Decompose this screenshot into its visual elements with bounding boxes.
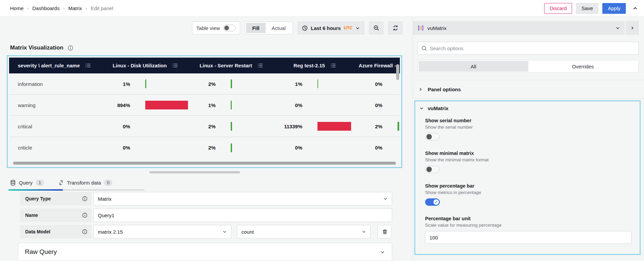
refresh-button[interactable]: [388, 22, 403, 34]
viz-toolbar: Table view Fill Actual Last 6 hours UTC: [0, 17, 413, 34]
percentage-bar-zone: [397, 95, 400, 116]
toggle-knob: [224, 26, 229, 30]
cell-value: 894%: [103, 102, 130, 108]
cell-value: 2%: [188, 124, 216, 129]
breadcrumb-item[interactable]: Home: [10, 5, 24, 11]
column-menu-icon[interactable]: [258, 63, 263, 68]
percentage-bar-zone: [231, 116, 275, 137]
query-type-row: Query Type Matrix: [20, 192, 413, 205]
search-options-box: [418, 42, 639, 55]
vumatrix-section-header[interactable]: vuMatrix: [415, 105, 640, 111]
info-icon[interactable]: [82, 229, 87, 234]
column-menu-icon[interactable]: [85, 63, 91, 68]
column-header-label: Reg test-2.15: [294, 63, 325, 68]
search-options-input[interactable]: [430, 45, 635, 51]
info-icon[interactable]: [68, 45, 73, 51]
matrix-cell: 0%: [275, 137, 355, 158]
tab-all[interactable]: All: [419, 61, 528, 72]
table-view-group: Table view: [192, 22, 240, 34]
matrix-cell: 894%: [103, 95, 188, 116]
tab-label: Transform data: [67, 180, 101, 186]
table-horizontal-scrollbar[interactable]: [13, 162, 396, 165]
table-row: criticle0%2%0%0%: [9, 137, 400, 158]
tab-query[interactable]: Query1: [10, 180, 44, 186]
breadcrumb-separator: ›: [27, 6, 29, 11]
column-menu-icon[interactable]: [331, 63, 336, 68]
fill-actual-switch: Fill Actual: [245, 22, 293, 34]
cell-value: 1%: [188, 102, 216, 108]
query-name-input[interactable]: [93, 208, 392, 222]
vumatrix-settings: Show serial numberShow the serial number…: [415, 111, 640, 244]
info-icon[interactable]: [82, 196, 87, 201]
column-header: Reg test-2.15: [275, 63, 355, 68]
percentage-bar-zone: [397, 116, 400, 137]
setting-control: [425, 166, 632, 174]
chevron-down-icon: [222, 229, 227, 234]
percentage-bar-zone: [231, 137, 275, 158]
page-horizontal-scrollbar[interactable]: [149, 171, 240, 173]
visualization-select[interactable]: vuMatrix: [413, 21, 624, 35]
breadcrumb-item[interactable]: Dashboards: [32, 5, 60, 11]
option-setting: Percentage bar unitScale value for measu…: [425, 216, 632, 244]
timezone-label: UTC: [344, 26, 352, 30]
setting-title: Show minimal matrix: [425, 151, 632, 156]
percentage-bar: [231, 79, 232, 88]
chevron-up-icon[interactable]: [633, 6, 638, 11]
raw-query-section[interactable]: Raw Query: [18, 243, 392, 261]
percentage-bar: [145, 101, 188, 109]
cell-value: 0%: [355, 145, 382, 151]
chevron-right-icon: [418, 87, 423, 92]
query-type-select[interactable]: Matrix: [93, 192, 392, 205]
percentage-bar-zone: [317, 116, 355, 137]
query-type-label-cell: Query Type: [20, 192, 91, 205]
matrix-table-header: severity \ alert_rule_nameLinux - Disk U…: [9, 58, 400, 73]
save-button[interactable]: Save: [576, 3, 598, 14]
cell-value: 0%: [355, 81, 382, 87]
matrix-cell: 2%: [355, 116, 400, 137]
time-range-picker[interactable]: Last 6 hours UTC: [298, 22, 364, 34]
percentage-unit-input[interactable]: [425, 231, 632, 244]
data-model-select[interactable]: matrix 2.15: [93, 225, 231, 238]
column-header-label: severity \ alert_rule_name: [18, 63, 80, 68]
toggle-on[interactable]: ✓: [425, 198, 440, 206]
cell-value: 1%: [275, 81, 302, 87]
table-view-toggle[interactable]: [223, 25, 236, 31]
percentage-bar-zone: [317, 95, 355, 116]
tab-overrides[interactable]: Overrides: [528, 61, 638, 72]
column-menu-icon[interactable]: [173, 63, 178, 68]
option-setting: Show percentage barShow metrics in perce…: [425, 183, 632, 207]
vumatrix-options-section: vuMatrix Show serial numberShow the seri…: [414, 100, 641, 255]
collapse-options-button[interactable]: [626, 21, 639, 35]
discard-button[interactable]: Discard: [544, 3, 572, 14]
column-header-label: Linux - Disk Utilization: [113, 63, 167, 68]
table-row: critical0%2%11339%2%: [9, 116, 400, 137]
tab-count-badge: 0: [104, 180, 112, 186]
metric-select[interactable]: count: [237, 225, 371, 238]
query-type-value: Matrix: [98, 196, 112, 202]
table-row: information1%2%1%0%: [9, 73, 400, 95]
zoom-out-button[interactable]: [369, 22, 383, 34]
fill-option[interactable]: Fill: [246, 23, 266, 33]
cell-value: 0%: [103, 124, 130, 129]
table-vertical-scrollbar[interactable]: [396, 64, 399, 80]
apply-button[interactable]: Apply: [602, 3, 626, 14]
panel-options-section[interactable]: Panel options: [413, 80, 644, 98]
percentage-bar: [231, 122, 232, 131]
breadcrumb: Home›Dashboards›Matrix›Edit panel: [10, 5, 113, 11]
chevron-down-icon: [383, 196, 388, 201]
actual-option[interactable]: Actual: [266, 23, 292, 33]
delete-query-button[interactable]: [378, 225, 392, 238]
cell-value: 2%: [355, 124, 382, 129]
toggle-off[interactable]: [425, 166, 440, 173]
tab-count-badge: 1: [36, 180, 44, 186]
info-icon[interactable]: [82, 213, 87, 218]
column-header: Linux - Server Restart: [188, 63, 275, 68]
toggle-off[interactable]: [425, 133, 440, 140]
breadcrumb-item[interactable]: Matrix: [68, 5, 82, 11]
name-label: Name: [25, 213, 38, 218]
tab-transform-data[interactable]: Transform data0: [58, 180, 112, 186]
cell-value: 11339%: [275, 124, 302, 129]
matrix-cell: 0%: [355, 137, 400, 158]
cell-value: 0%: [103, 145, 130, 151]
column-header: Azure Firewall -: [355, 63, 400, 68]
